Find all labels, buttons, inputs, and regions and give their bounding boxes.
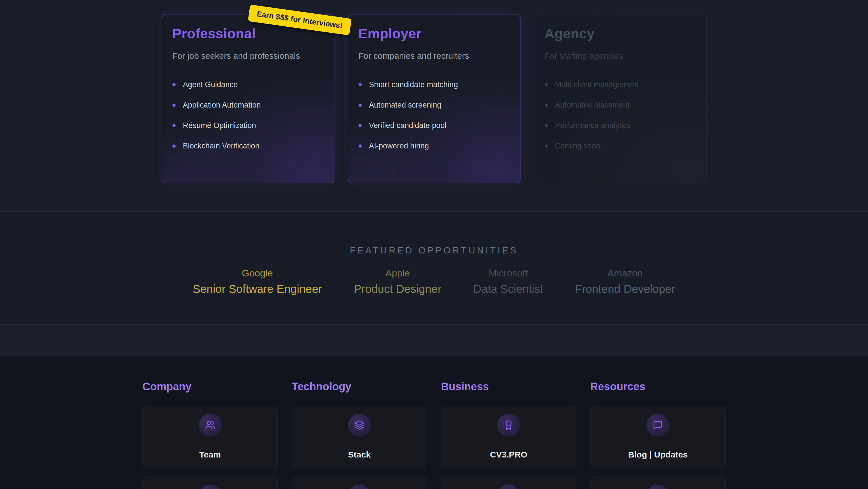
plan-title: Employer <box>359 26 510 41</box>
bullet-dot <box>173 144 176 148</box>
footer-column-heading: Company <box>143 381 278 393</box>
footer-card-partial[interactable] <box>143 477 278 489</box>
footer-column-technology: Technology Stack <box>291 381 427 489</box>
plan-tagline: For staffing agencies <box>545 51 696 61</box>
feature-label: Performance analytics <box>555 121 631 130</box>
hidden-icon <box>647 485 669 489</box>
footer-section: Company Team Technology Stack <box>0 355 868 489</box>
feature-item: Performance analytics <box>545 115 696 136</box>
footer-column-heading: Business <box>441 381 577 393</box>
bullet-dot <box>359 83 362 86</box>
bullet-dot <box>359 144 362 148</box>
featured-opportunities-section: FEATURED OPPORTUNITIES Google Senior Sof… <box>0 211 868 324</box>
plan-title: Agency <box>545 26 696 41</box>
plan-tagline: For companies and recruiters <box>359 51 510 61</box>
plan-feature-list: Agent Guidance Application Automation Ré… <box>173 74 324 156</box>
feature-item: Agent Guidance <box>173 74 324 95</box>
footer-card-team[interactable]: Team <box>143 406 278 468</box>
feature-item: Application Automation <box>173 95 324 115</box>
spacer-band <box>0 324 868 355</box>
job-company: Microsoft <box>473 268 543 279</box>
users-icon <box>199 414 221 436</box>
plan-card-agency: Agency For staffing agencies Multi-clien… <box>534 14 707 183</box>
message-square-icon <box>647 414 669 436</box>
footer-card-partial[interactable] <box>590 477 725 489</box>
bullet-dot <box>545 124 548 127</box>
featured-job-amazon[interactable]: Amazon Frontend Developer <box>575 268 675 295</box>
footer-card-partial[interactable] <box>291 477 427 489</box>
bullet-dot <box>359 104 362 107</box>
featured-job-apple[interactable]: Apple Product Designer <box>354 268 441 295</box>
feature-item: Smart candidate matching <box>359 74 510 95</box>
bullet-dot <box>359 124 362 127</box>
bullet-dot <box>545 83 548 86</box>
bullet-dot <box>173 124 176 127</box>
bullet-dot <box>173 83 176 86</box>
footer-card-label: CV3.PRO <box>490 450 527 459</box>
feature-label: Verified candidate pool <box>369 121 446 130</box>
layers-icon <box>348 414 371 436</box>
feature-label: Application Automation <box>183 101 261 110</box>
feature-item: Automated screening <box>359 95 510 115</box>
feature-label: AI-powered hiring <box>369 142 429 150</box>
job-company: Google <box>193 268 322 279</box>
footer-column-heading: Technology <box>291 381 427 393</box>
plan-card-professional[interactable]: Professional For job seekers and profess… <box>162 14 335 183</box>
footer-card-blog[interactable]: Blog | Updates <box>590 406 725 468</box>
plan-cards-row: Professional For job seekers and profess… <box>0 0 868 183</box>
plans-section: Earn $$$ for Interviews! Professional Fo… <box>0 0 868 211</box>
feature-item: Verified candidate pool <box>359 115 510 136</box>
hidden-icon <box>348 485 371 489</box>
feature-label: Multi-client management <box>555 80 639 89</box>
feature-label: Résumé Optimization <box>183 121 256 130</box>
feature-label: Coming soon... <box>555 142 607 150</box>
plan-feature-list: Multi-client management Automated placem… <box>545 74 696 156</box>
job-role: Data Scientist <box>473 283 543 295</box>
job-company: Amazon <box>575 268 675 279</box>
footer-column-resources: Resources Blog | Updates <box>590 381 725 489</box>
hidden-icon <box>199 485 221 489</box>
award-icon <box>497 414 520 436</box>
feature-label: Automated screening <box>369 101 441 110</box>
feature-item: Résumé Optimization <box>173 115 324 136</box>
plan-card-employer[interactable]: Employer For companies and recruiters Sm… <box>348 14 521 183</box>
feature-label: Blockchain Verification <box>183 142 259 150</box>
footer-card-partial[interactable] <box>441 477 577 489</box>
job-role: Frontend Developer <box>575 283 675 295</box>
feature-label: Automated placement <box>555 101 630 110</box>
job-role: Senior Software Engineer <box>193 283 322 295</box>
featured-job-microsoft[interactable]: Microsoft Data Scientist <box>473 268 543 295</box>
feature-item: Multi-client management <box>545 74 696 95</box>
bullet-dot <box>545 144 548 148</box>
footer-column-company: Company Team <box>143 381 278 489</box>
footer-card-label: Team <box>199 450 221 459</box>
job-role: Product Designer <box>354 283 441 295</box>
featured-jobs-row: Google Senior Software Engineer Apple Pr… <box>0 268 868 295</box>
feature-label: Agent Guidance <box>183 80 238 89</box>
footer-column-business: Business CV3.PRO <box>441 381 577 489</box>
plan-feature-list: Smart candidate matching Automated scree… <box>359 74 510 156</box>
footer-card-cv3pro[interactable]: CV3.PRO <box>441 406 577 468</box>
footer-column-heading: Resources <box>590 381 725 393</box>
bullet-dot <box>545 104 548 107</box>
feature-item: Blockchain Verification <box>173 136 324 156</box>
job-company: Apple <box>354 268 441 279</box>
footer-card-stack[interactable]: Stack <box>291 406 427 468</box>
plan-tagline: For job seekers and professionals <box>173 51 324 61</box>
featured-job-google[interactable]: Google Senior Software Engineer <box>193 268 322 295</box>
feature-item: Automated placement <box>545 95 696 115</box>
footer-card-label: Stack <box>348 450 371 459</box>
feature-item: AI-powered hiring <box>359 136 510 156</box>
bullet-dot <box>173 104 176 107</box>
footer-grid: Company Team Technology Stack <box>143 381 725 489</box>
feature-label: Smart candidate matching <box>369 80 458 89</box>
footer-card-label: Blog | Updates <box>628 450 688 459</box>
hidden-icon <box>497 485 520 489</box>
featured-heading: FEATURED OPPORTUNITIES <box>0 212 868 256</box>
feature-item: Coming soon... <box>545 136 696 156</box>
